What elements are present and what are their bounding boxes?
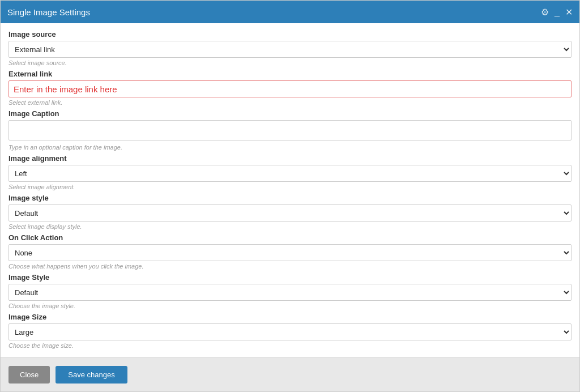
titlebar-controls: ⚙ _ ✕ bbox=[541, 7, 573, 18]
close-window-icon[interactable]: ✕ bbox=[565, 7, 573, 18]
external-link-hint: Select external link. bbox=[8, 99, 572, 106]
on-click-action-select[interactable]: None Lightbox Open link Open link in new… bbox=[8, 244, 572, 261]
image-alignment-label: Image alignment bbox=[8, 154, 572, 163]
window-title: Single Image Settings bbox=[7, 7, 90, 17]
gear-icon[interactable]: ⚙ bbox=[541, 7, 549, 18]
image-style-label: Image style bbox=[8, 194, 572, 202]
close-button[interactable]: Close bbox=[8, 366, 50, 384]
image-caption-label: Image Caption bbox=[8, 109, 572, 118]
external-link-label: External link bbox=[8, 70, 572, 78]
image-style2-hint: Choose the image style. bbox=[8, 302, 572, 309]
image-source-group: Image source External link Media Library… bbox=[8, 30, 572, 66]
image-alignment-hint: Select image alignment. bbox=[8, 184, 572, 190]
save-button[interactable]: Save changes bbox=[56, 366, 127, 384]
titlebar: Single Image Settings ⚙ _ ✕ bbox=[1, 1, 579, 23]
image-style-group: Image style Default Rounded Circle Thumb… bbox=[8, 194, 572, 230]
image-source-label: Image source bbox=[8, 30, 572, 39]
image-source-hint: Select image source. bbox=[8, 59, 572, 66]
image-style-select[interactable]: Default Rounded Circle Thumbnail bbox=[8, 204, 572, 221]
minimize-icon[interactable]: _ bbox=[555, 7, 560, 17]
on-click-action-group: On Click Action None Lightbox Open link … bbox=[8, 233, 572, 270]
image-style2-group: Image Style Default Rounded Circle Thumb… bbox=[8, 273, 572, 309]
image-caption-group: Image Caption Type in an optional captio… bbox=[8, 109, 572, 151]
image-caption-input[interactable] bbox=[8, 120, 572, 140]
window: Single Image Settings ⚙ _ ✕ Image source… bbox=[0, 0, 580, 392]
image-caption-hint: Type in an optional caption for the imag… bbox=[8, 144, 572, 151]
image-size-hint: Choose the image size. bbox=[8, 342, 572, 349]
image-style-hint: Select image display style. bbox=[8, 223, 572, 230]
external-link-group: External link Select external link. bbox=[8, 70, 572, 106]
image-style2-label: Image Style bbox=[8, 273, 572, 282]
image-size-label: Image Size bbox=[8, 313, 572, 321]
image-source-select[interactable]: External link Media Library URL bbox=[8, 41, 572, 58]
image-alignment-group: Image alignment Left Center Right Select… bbox=[8, 154, 572, 190]
footer: Close Save changes bbox=[1, 357, 579, 391]
image-alignment-select[interactable]: Left Center Right bbox=[8, 165, 572, 182]
image-style2-select[interactable]: Default Rounded Circle Thumbnail bbox=[8, 284, 572, 301]
on-click-action-hint: Choose what happens when you click the i… bbox=[8, 263, 572, 270]
on-click-action-label: On Click Action bbox=[8, 233, 572, 242]
external-link-input[interactable] bbox=[8, 80, 572, 97]
image-size-group: Image Size Thumbnail Medium Large Full C… bbox=[8, 313, 572, 349]
image-size-select[interactable]: Thumbnail Medium Large Full bbox=[8, 323, 572, 340]
settings-content: Image source External link Media Library… bbox=[1, 23, 579, 357]
